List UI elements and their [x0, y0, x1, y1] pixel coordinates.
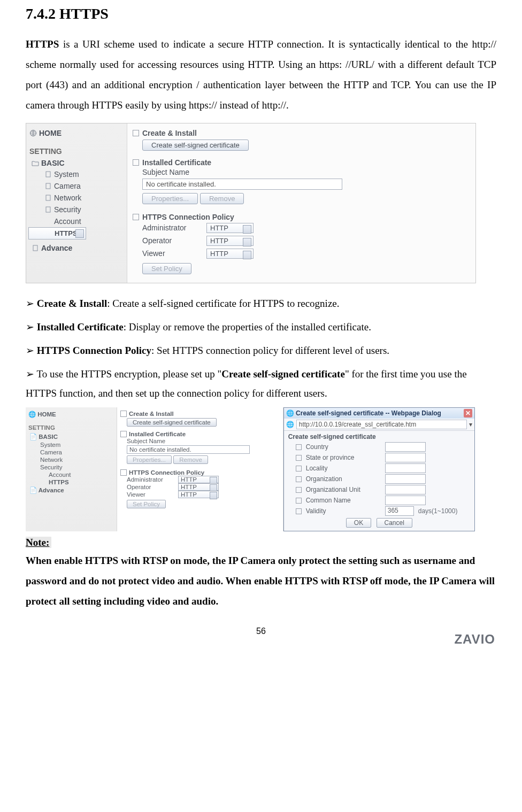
intro-bold: HTTPS [26, 38, 59, 50]
page-icon [32, 244, 39, 252]
settings-pane-small: Create & Install Create self-signed cert… [117, 407, 283, 531]
nav-setting-header-2: SETTING [27, 419, 115, 432]
create-certificate-button-2[interactable]: Create self-signed certificate [127, 418, 217, 427]
sidebar-small: 🌐 HOME SETTING 📄 BASIC System Camera Net… [26, 407, 117, 531]
select-viewer-policy-2[interactable]: HTTP [178, 491, 219, 498]
nav-basic-2[interactable]: 📄 BASIC [27, 432, 115, 441]
label-subject-name: Subject Name [133, 167, 206, 177]
nav-security[interactable]: Security [28, 204, 125, 215]
square-bullet-icon [133, 214, 139, 220]
nav-basic[interactable]: BASIC [28, 158, 125, 168]
square-bullet-icon [296, 455, 302, 461]
nav-security-2[interactable]: Security [27, 463, 115, 471]
square-bullet-icon [133, 159, 139, 166]
label-common-name: Common Name [306, 497, 381, 504]
nav-camera-2[interactable]: Camera [27, 448, 115, 456]
validity-unit: days(1~1000) [418, 507, 458, 515]
nav-advance[interactable]: Advance [28, 243, 125, 253]
label-viewer: Viewer [133, 248, 206, 259]
svg-rect-4 [46, 207, 50, 212]
nav-network-2[interactable]: Network [27, 456, 115, 463]
nav-https-2[interactable]: HTTPS [27, 478, 115, 486]
create-certificate-button[interactable]: Create self-signed certificate [142, 140, 249, 151]
square-bullet-icon [296, 487, 302, 493]
bullet-create-install: ➢ Create & Install: Create a self-signed… [26, 294, 496, 313]
properties-button[interactable]: Properties... [142, 193, 198, 204]
dialog-title-text: Create self-signed certificate -- Webpag… [296, 409, 441, 417]
label-locality: Locality [306, 465, 381, 472]
nav-camera[interactable]: Camera [28, 180, 125, 192]
close-icon[interactable]: ✕ [464, 409, 472, 417]
section-heading: 7.4.2 HTTPS [26, 5, 496, 22]
square-bullet-icon [296, 444, 302, 450]
select-admin-policy-2[interactable]: HTTP [178, 476, 219, 483]
nav-home[interactable]: HOME [28, 127, 125, 140]
input-locality[interactable] [385, 463, 426, 473]
input-country[interactable] [385, 442, 426, 452]
brand-logo: ZAVIO [454, 632, 495, 647]
set-policy-button-2[interactable]: Set Policy [127, 500, 166, 508]
input-common-name[interactable] [385, 496, 426, 505]
svg-rect-3 [46, 195, 50, 200]
ok-button[interactable]: OK [346, 518, 371, 528]
nav-account-2[interactable]: Account [27, 471, 115, 478]
settings-pane: Create & Install Create self-signed cert… [127, 123, 475, 283]
sidebar: HOME SETTING BASIC System Camera Network [26, 123, 127, 283]
set-policy-button[interactable]: Set Policy [142, 263, 191, 274]
svg-rect-1 [46, 172, 50, 177]
input-validity[interactable]: 365 [385, 506, 414, 516]
nav-account[interactable]: Account [28, 215, 125, 227]
intro-paragraph: HTTPS is a URI scheme used to indicate a… [26, 34, 496, 115]
bullet-connection-policy: ➢ HTTPS Connection Policy: Set HTTPS con… [26, 341, 496, 360]
square-bullet-icon [296, 498, 302, 504]
ie-icon: 🌐 [286, 421, 294, 428]
square-bullet-icon [133, 130, 139, 136]
nav-system[interactable]: System [28, 168, 125, 180]
select-operator-policy-2[interactable]: HTTP [178, 483, 219, 491]
nav-home-2[interactable]: 🌐 HOME [27, 409, 115, 419]
square-bullet-icon [120, 431, 127, 437]
square-bullet-icon [296, 466, 302, 471]
nav-https[interactable]: HTTPS [28, 227, 86, 239]
input-org-unit[interactable] [385, 485, 426, 494]
cancel-button[interactable]: Cancel [377, 518, 412, 528]
bullet-installed-cert: ➢ Installed Certificate: Display or remo… [26, 318, 496, 337]
nav-home-label: HOME [39, 129, 62, 137]
page-number: 56 [26, 627, 496, 636]
dropdown-icon[interactable]: ▾ [469, 421, 472, 428]
input-organization[interactable] [385, 474, 426, 484]
page-icon [44, 182, 52, 190]
square-bullet-icon [296, 476, 302, 482]
bullet-usage-note: ➢ To use the HTTPS encryption, please se… [26, 365, 496, 403]
square-bullet-icon [120, 469, 127, 476]
label-country: Country [306, 443, 381, 451]
square-bullet-icon [296, 508, 302, 514]
globe-icon [29, 129, 37, 137]
select-admin-policy[interactable]: HTTP [206, 223, 254, 233]
subject-name-field: No certificate installed. [142, 179, 342, 190]
remove-button[interactable]: Remove [200, 193, 244, 204]
dialog-addressbar: 🌐 http://10.0.0.19/create_ssl_certificat… [284, 419, 474, 431]
properties-button-2[interactable]: Properties... [127, 455, 172, 464]
label-organization: Organization [306, 475, 381, 483]
nav-system-2[interactable]: System [27, 441, 115, 448]
screenshot-create-certificate: 🌐 HOME SETTING 📄 BASIC System Camera Net… [26, 407, 475, 531]
remove-button-2[interactable]: Remove [173, 455, 208, 464]
note-body: When enable HTTPS with RTSP on mode, the… [26, 551, 496, 612]
select-operator-policy[interactable]: HTTP [206, 236, 254, 246]
screenshot-https-settings: HOME SETTING BASIC System Camera Network [26, 123, 476, 283]
label-admin: Administrator [133, 222, 206, 233]
nav-network[interactable]: Network [28, 192, 125, 204]
label-state: State or province [306, 454, 381, 461]
input-state[interactable] [385, 453, 426, 462]
create-cert-dialog: 🌐 Create self-signed certificate -- Webp… [283, 407, 475, 531]
page-icon [44, 206, 52, 213]
page-icon [44, 194, 52, 202]
svg-rect-5 [33, 245, 37, 251]
select-viewer-policy[interactable]: HTTP [206, 249, 254, 259]
label-operator: Operator [133, 235, 206, 246]
nav-advance-2[interactable]: 📄 Advance [27, 486, 115, 494]
square-bullet-icon [120, 411, 127, 417]
label-org-unit: Organizational Unit [306, 486, 381, 493]
dialog-url: http://10.0.0.19/create_ssl_certificate.… [296, 420, 467, 429]
